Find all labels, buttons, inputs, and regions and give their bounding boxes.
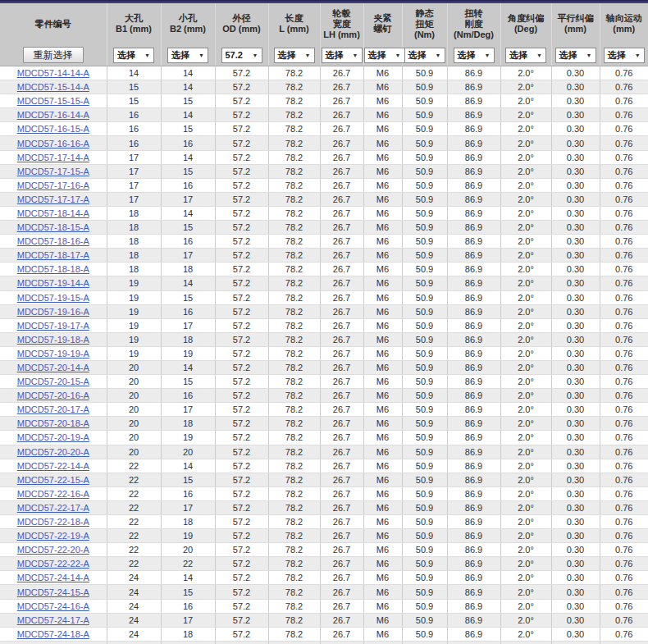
table-row: MDCD57-17-16-A171657.278.226.7M650.986.9… — [0, 178, 648, 192]
chevron-down-icon: ▼ — [144, 53, 150, 59]
part-number-link[interactable]: MDCD57-22-19-A — [17, 531, 89, 541]
part-number-cell: MDCD57-17-16-A — [0, 178, 107, 192]
filter-dropdown-od[interactable]: 57.2▼ — [221, 48, 262, 63]
filter-dropdown-b1[interactable]: 选择▼ — [113, 48, 154, 63]
part-number-link[interactable]: MDCD57-18-15-A — [17, 222, 89, 232]
part-number-link[interactable]: MDCD57-18-17-A — [17, 250, 89, 260]
filter-dropdown-static_torque[interactable]: 选择▼ — [404, 48, 445, 63]
cell-screw: M6 — [363, 192, 402, 206]
cell-torsional_stiffness: 86.9 — [447, 249, 500, 263]
part-number-link[interactable]: MDCD57-19-19-A — [17, 349, 89, 359]
cell-length: 78.2 — [268, 122, 320, 136]
part-number-link[interactable]: MDCD57-20-15-A — [17, 377, 89, 386]
reset-selection-button[interactable]: 重新选择 — [23, 47, 84, 63]
part-number-link[interactable]: MDCD57-22-14-A — [17, 461, 89, 471]
cell-b1: 19 — [107, 332, 161, 346]
part-number-link[interactable]: MDCD57-15-15-A — [17, 96, 89, 106]
part-number-cell: MDCD57-22-20-A — [0, 543, 107, 557]
cell-hub_width: 26.7 — [320, 389, 363, 403]
part-number-link[interactable]: MDCD57-17-16-A — [17, 180, 89, 190]
part-number-link[interactable]: MDCD57-24-17-A — [17, 615, 89, 625]
part-number-link[interactable]: MDCD57-18-18-A — [17, 264, 89, 274]
parts-table: 零件编号大孔 B1 (mm)小孔 B2 (mm)外径 OD (mm)长度 L (… — [0, 3, 648, 644]
part-number-link[interactable]: MDCD57-24-14-A — [17, 573, 89, 582]
filter-cell-hub_width: 选择▼ — [320, 44, 363, 66]
cell-hub_width: 26.7 — [320, 235, 363, 249]
filter-dropdown-length[interactable]: 选择▼ — [274, 48, 315, 63]
cell-hub_width: 26.7 — [320, 431, 363, 445]
table-row: MDCD57-15-15-A151557.278.226.7M650.986.9… — [0, 94, 648, 108]
part-number-link[interactable]: MDCD57-22-18-A — [17, 517, 89, 527]
filter-dropdown-parallel_misalignment[interactable]: 选择▼ — [555, 48, 596, 63]
part-number-link[interactable]: MDCD57-20-17-A — [17, 404, 89, 414]
cell-torsional_stiffness: 86.9 — [447, 150, 500, 164]
cell-parallel_misalignment: 0.30 — [551, 122, 600, 136]
filter-dropdown-hub_width[interactable]: 选择▼ — [322, 48, 363, 63]
filter-dropdown-screw[interactable]: 选择▼ — [364, 48, 405, 63]
part-number-link[interactable]: MDCD57-22-16-A — [17, 489, 89, 499]
part-number-link[interactable]: MDCD57-15-14-A — [17, 82, 89, 92]
part-number-link[interactable]: MDCD57-20-14-A — [17, 363, 89, 372]
filter-dropdown-torsional_stiffness[interactable]: 选择▼ — [454, 48, 495, 63]
cell-parallel_misalignment: 0.30 — [551, 529, 600, 543]
part-number-link[interactable]: MDCD57-20-19-A — [17, 432, 89, 442]
table-row: MDCD57-18-14-A181457.278.226.7M650.986.9… — [0, 206, 648, 220]
part-number-link[interactable]: MDCD57-22-22-A — [17, 559, 89, 569]
part-number-link[interactable]: MDCD57-22-17-A — [17, 503, 89, 513]
cell-angular_misalignment: 2.0° — [500, 375, 551, 389]
part-number-link[interactable]: MDCD57-19-14-A — [17, 278, 89, 288]
part-number-link[interactable]: MDCD57-20-18-A — [17, 418, 89, 428]
part-number-link[interactable]: MDCD57-16-16-A — [17, 139, 89, 148]
column-header-torsional_stiffness: 扭转 刚度 (Nm/Deg) — [447, 3, 500, 44]
part-number-link[interactable]: MDCD57-22-15-A — [17, 475, 89, 485]
filter-dropdown-axial_motion[interactable]: 选择▼ — [604, 48, 645, 63]
table-row: MDCD57-20-15-A201557.278.226.7M650.986.9… — [0, 375, 648, 389]
part-number-link[interactable]: MDCD57-20-16-A — [17, 391, 89, 400]
cell-parallel_misalignment: 0.30 — [551, 249, 600, 263]
part-number-link[interactable]: MDCD57-24-16-A — [17, 601, 89, 611]
part-number-link[interactable]: MDCD57-16-15-A — [17, 124, 89, 134]
filter-dropdown-angular_misalignment[interactable]: 选择▼ — [505, 48, 546, 63]
part-number-link[interactable]: MDCD57-16-14-A — [17, 110, 89, 120]
part-number-link[interactable]: MDCD57-17-17-A — [17, 194, 89, 204]
part-number-link[interactable]: MDCD57-18-14-A — [17, 208, 89, 218]
cell-length: 78.2 — [268, 557, 320, 571]
part-number-link[interactable]: MDCD57-19-16-A — [17, 307, 89, 317]
cell-b1: 19 — [107, 290, 161, 304]
filter-dropdown-b2[interactable]: 选择▼ — [167, 48, 208, 63]
cell-torsional_stiffness: 86.9 — [447, 332, 500, 346]
cell-b2: 17 — [161, 318, 215, 332]
part-number-link[interactable]: MDCD57-20-20-A — [17, 447, 89, 457]
part-number-link[interactable]: MDCD57-14-14-A — [17, 68, 89, 78]
cell-b1: 22 — [107, 459, 161, 473]
cell-length: 78.2 — [268, 206, 320, 220]
cell-hub_width: 26.7 — [320, 529, 363, 543]
cell-angular_misalignment: 2.0° — [500, 557, 551, 571]
cell-length: 78.2 — [268, 473, 320, 486]
cell-length: 78.2 — [268, 389, 320, 403]
part-number-link[interactable]: MDCD57-17-14-A — [17, 153, 89, 162]
table-body: MDCD57-14-14-A141457.278.226.7M650.986.9… — [0, 66, 648, 644]
part-number-link[interactable]: MDCD57-24-18-A — [17, 629, 89, 639]
cell-torsional_stiffness: 86.9 — [447, 389, 500, 403]
filter-cell-length: 选择▼ — [268, 44, 320, 66]
cell-angular_misalignment: 2.0° — [500, 80, 551, 94]
filter-dropdown-value: 选择 — [117, 50, 135, 61]
cell-angular_misalignment: 2.0° — [500, 473, 551, 486]
part-number-link[interactable]: MDCD57-22-20-A — [17, 545, 89, 555]
part-number-link[interactable]: MDCD57-24-15-A — [17, 587, 89, 597]
part-number-link[interactable]: MDCD57-19-17-A — [17, 321, 89, 331]
cell-axial_motion: 0.76 — [600, 641, 648, 644]
cell-torsional_stiffness: 86.9 — [447, 641, 500, 644]
cell-static_torque: 50.9 — [402, 515, 447, 529]
cell-b1: 17 — [107, 178, 161, 192]
cell-parallel_misalignment: 0.30 — [551, 417, 600, 431]
part-number-link[interactable]: MDCD57-17-15-A — [17, 167, 89, 176]
cell-axial_motion: 0.76 — [600, 332, 648, 346]
cell-angular_misalignment: 2.0° — [500, 332, 551, 346]
part-number-link[interactable]: MDCD57-18-16-A — [17, 236, 89, 246]
cell-screw: M6 — [363, 571, 402, 585]
part-number-link[interactable]: MDCD57-19-18-A — [17, 335, 89, 345]
part-number-link[interactable]: MDCD57-19-15-A — [17, 293, 89, 303]
cell-length: 78.2 — [268, 486, 320, 500]
